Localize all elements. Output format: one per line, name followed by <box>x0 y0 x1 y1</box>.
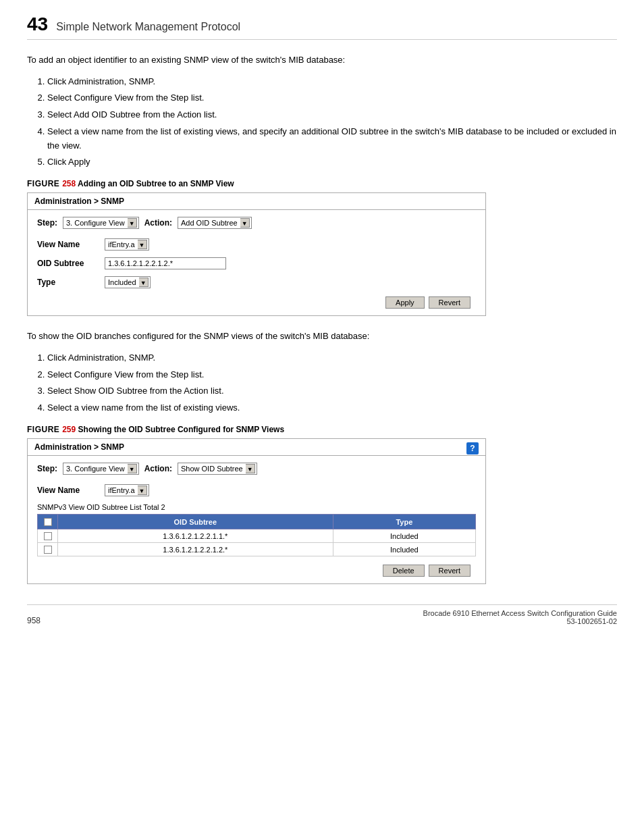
figure-number: 259 <box>62 425 76 434</box>
row2-check <box>38 543 58 556</box>
view-name-label-259: View Name <box>37 486 105 495</box>
oid-table-wrapper: OID Subtree Type 1.3.6.1.2.1.2.2.1.1.* I… <box>37 514 476 556</box>
help-icon[interactable]: ? <box>466 442 479 454</box>
figure-title: Showing the OID Subtree Configured for S… <box>78 425 285 434</box>
view-name-select-259[interactable]: ifEntry.a ▼ <box>105 484 149 496</box>
row1-check <box>38 529 58 543</box>
row2-checkbox[interactable] <box>44 546 52 554</box>
table-header-row: OID Subtree Type <box>38 514 476 529</box>
figure258-label: FIGURE 258 Adding an OID Subtree to an S… <box>27 179 617 188</box>
figure258-panel: Administration > SNMP Step: 3. Configure… <box>27 192 486 316</box>
col-header-oid: OID Subtree <box>58 514 333 529</box>
figure-word: FIGURE <box>27 179 62 188</box>
col-header-check <box>38 514 58 529</box>
table-head: OID Subtree Type <box>38 514 476 529</box>
figure-word: FIGURE <box>27 425 62 434</box>
header-checkbox[interactable] <box>44 518 52 526</box>
type-value: Included <box>108 278 136 286</box>
step-label-259: Step: <box>37 464 57 473</box>
list-item: Click Administration, SNMP. <box>47 75 617 89</box>
row1-checkbox[interactable] <box>44 532 52 540</box>
row1-oid: 1.3.6.1.2.1.2.2.1.1.* <box>58 529 333 543</box>
panel-header-259: Administration > SNMP ? <box>28 439 485 456</box>
list-item: Select Show OID Subtree from the Action … <box>47 384 617 398</box>
table-row: 1.3.6.1.2.1.2.2.1.2.* Included <box>38 543 476 556</box>
action-select-259[interactable]: Show OID Subtree ▼ <box>178 463 257 475</box>
view-name-value: ifEntry.a <box>108 240 135 249</box>
doc-number: 53-1002651-02 <box>423 617 617 625</box>
panel-body: Step: 3. Configure View ▼ Action: Add OI… <box>28 210 485 315</box>
section2-steps: Click Administration, SNMP. Select Confi… <box>47 351 617 415</box>
panel-header: Administration > SNMP <box>28 193 485 210</box>
step-action-row-259: Step: 3. Configure View ▼ Action: Show O… <box>37 463 476 475</box>
list-item: Select a view name from the list of exis… <box>47 125 617 153</box>
figure259-panel: Administration > SNMP ? Step: 3. Configu… <box>27 438 486 584</box>
page-header: 43 Simple Network Management Protocol <box>27 14 617 40</box>
row1-type: Included <box>333 529 475 543</box>
action-select[interactable]: Add OID Subtree ▼ <box>178 217 252 229</box>
view-name-arrow-259: ▼ <box>138 486 147 495</box>
figure259-label: FIGURE 259 Showing the OID Subtree Confi… <box>27 425 617 434</box>
type-row: Type Included ▼ <box>37 276 476 288</box>
row2-type: Included <box>333 543 475 556</box>
view-name-row: View Name ifEntry.a ▼ <box>37 238 476 251</box>
list-item: Select Add OID Subtree from the Action l… <box>47 108 617 122</box>
oid-subtree-table: OID Subtree Type 1.3.6.1.2.1.2.2.1.1.* I… <box>37 514 476 556</box>
figure-title: Adding an OID Subtree to an SNMP View <box>78 179 234 188</box>
oid-subtree-row: OID Subtree <box>37 257 476 269</box>
apply-button[interactable]: Apply <box>385 296 425 309</box>
list-item: Select Configure View from the Step list… <box>47 91 617 105</box>
table-body: 1.3.6.1.2.1.2.2.1.1.* Included 1.3.6.1.2… <box>38 529 476 556</box>
chapter-title: Simple Network Management Protocol <box>56 21 240 33</box>
type-select[interactable]: Included ▼ <box>105 276 151 288</box>
button-row-258: Apply Revert <box>37 296 476 309</box>
step-select-arrow: ▼ <box>128 218 137 228</box>
action-value-259: Show OID Subtree <box>181 465 243 473</box>
view-name-value-259: ifEntry.a <box>108 486 135 494</box>
revert-button[interactable]: Revert <box>429 296 471 309</box>
figure-number: 258 <box>62 179 76 188</box>
type-arrow: ▼ <box>139 278 149 287</box>
page-number: 958 <box>27 616 41 625</box>
col-header-type: Type <box>333 514 475 529</box>
step-select-259[interactable]: 3. Configure View ▼ <box>63 463 139 475</box>
panel-header-text: Administration > SNMP <box>34 442 124 452</box>
chapter-number: 43 <box>27 14 48 35</box>
oid-subtree-input[interactable] <box>105 257 226 269</box>
section1-steps: Click Administration, SNMP. Select Confi… <box>47 75 617 170</box>
action-select-value: Add OID Subtree <box>181 219 238 227</box>
action-label: Action: <box>144 218 172 228</box>
list-item: Click Apply <box>47 155 617 170</box>
delete-button[interactable]: Delete <box>383 565 425 577</box>
view-name-label: View Name <box>37 240 105 249</box>
table-info: SNMPv3 View OID Subtree List Total 2 <box>37 503 476 511</box>
action-arrow-259: ▼ <box>246 464 255 473</box>
list-item: Select Configure View from the Step list… <box>47 368 617 382</box>
action-label-259: Action: <box>144 464 172 473</box>
step-value-259: 3. Configure View <box>66 465 125 473</box>
list-item: Click Administration, SNMP. <box>47 351 617 365</box>
button-row-259: Delete Revert <box>37 565 476 577</box>
revert-button-259[interactable]: Revert <box>429 565 471 577</box>
panel-body-259: Step: 3. Configure View ▼ Action: Show O… <box>28 456 485 583</box>
row2-oid: 1.3.6.1.2.1.2.2.1.2.* <box>58 543 333 556</box>
page-footer: 958 Brocade 6910 Ethernet Access Switch … <box>27 604 617 625</box>
footer-right: Brocade 6910 Ethernet Access Switch Conf… <box>423 609 617 625</box>
view-name-select[interactable]: ifEntry.a ▼ <box>105 238 149 251</box>
section2-intro: To show the OID branches configured for … <box>27 330 617 343</box>
step-select-value: 3. Configure View <box>66 219 125 227</box>
oid-subtree-label: OID Subtree <box>37 259 105 268</box>
step-arrow-259: ▼ <box>128 464 137 473</box>
type-label: Type <box>37 278 105 287</box>
view-name-row-259: View Name ifEntry.a ▼ <box>37 484 476 496</box>
table-row: 1.3.6.1.2.1.2.2.1.1.* Included <box>38 529 476 543</box>
list-item: Select a view name from the list of exis… <box>47 401 617 415</box>
view-name-arrow: ▼ <box>138 240 147 249</box>
step-label: Step: <box>37 218 57 228</box>
step-action-row: Step: 3. Configure View ▼ Action: Add OI… <box>37 217 476 229</box>
step-select[interactable]: 3. Configure View ▼ <box>63 217 139 229</box>
action-select-arrow: ▼ <box>240 218 250 228</box>
section1-intro: To add an object identifier to an existi… <box>27 53 617 67</box>
book-title: Brocade 6910 Ethernet Access Switch Conf… <box>423 609 617 617</box>
